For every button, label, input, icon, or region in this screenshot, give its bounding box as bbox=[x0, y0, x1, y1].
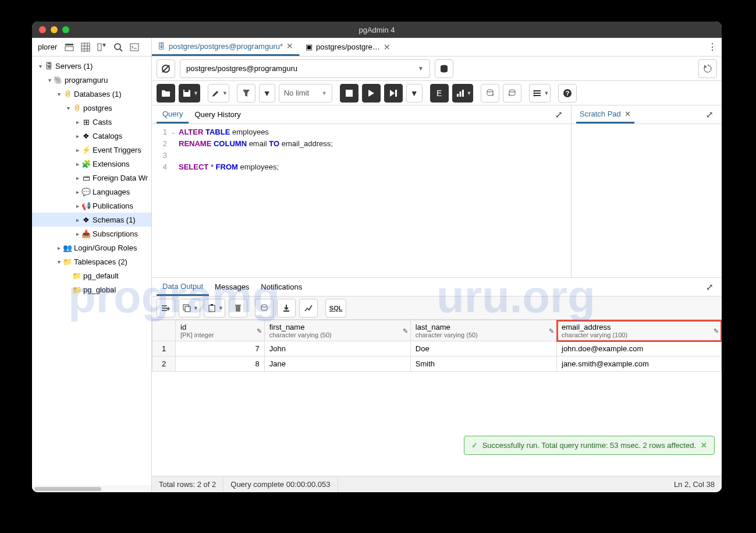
cell[interactable]: John bbox=[264, 341, 410, 356]
copy-button[interactable]: ▼ bbox=[179, 299, 200, 317]
tab-data-output[interactable]: Data Output bbox=[157, 278, 209, 296]
cell[interactable]: 8 bbox=[176, 356, 265, 372]
svg-rect-10 bbox=[130, 44, 139, 51]
cell[interactable]: Doe bbox=[410, 341, 556, 356]
reset-layout-icon[interactable] bbox=[698, 59, 717, 78]
sidebar-scrollbar[interactable] bbox=[32, 485, 151, 492]
tree-item[interactable]: ▾📁Tablespaces (2) bbox=[32, 255, 151, 269]
sql-editor[interactable]: 1234 ⌄ ALTER TABLE employeesRENAME COLUM… bbox=[152, 124, 571, 277]
filter-button[interactable] bbox=[237, 84, 255, 103]
tree-item[interactable]: ▸🗃Foreign Data Wr bbox=[32, 171, 151, 185]
commit-button[interactable] bbox=[481, 84, 499, 103]
execute-dropdown[interactable]: ▼ bbox=[406, 84, 423, 103]
cell[interactable]: john.doe@example.com bbox=[557, 341, 722, 356]
filter-dropdown[interactable]: ▼ bbox=[259, 84, 275, 103]
close-icon[interactable]: ✕ bbox=[624, 110, 631, 118]
limit-selector[interactable]: No limit▼ bbox=[279, 84, 332, 103]
tree-item[interactable]: ▸🧩Extensions bbox=[32, 157, 151, 171]
cell[interactable]: Jane bbox=[264, 356, 410, 372]
expand-output-icon[interactable]: ⤢ bbox=[702, 278, 717, 296]
tab-query-history[interactable]: Query History bbox=[189, 105, 246, 123]
explain-analyze-button[interactable]: ▼ bbox=[452, 84, 474, 103]
grid-icon[interactable] bbox=[78, 40, 93, 55]
edit-button[interactable]: ▼ bbox=[208, 84, 229, 103]
edit-column-icon[interactable]: ✎ bbox=[403, 327, 408, 334]
tree-item[interactable]: ▸❖Schemas (1) bbox=[32, 213, 151, 227]
terminal-icon[interactable] bbox=[127, 40, 142, 55]
column-header[interactable]: email_addresscharacter varying (100)✎ bbox=[557, 320, 722, 341]
tree-item[interactable]: ▸📢Publications bbox=[32, 199, 151, 213]
close-tab-icon[interactable]: ✕ bbox=[286, 41, 293, 51]
save-button[interactable]: ▼ bbox=[179, 84, 200, 103]
svg-rect-18 bbox=[462, 90, 464, 97]
toast-close-icon[interactable]: ✕ bbox=[701, 441, 707, 450]
execute-button[interactable] bbox=[362, 84, 381, 103]
tree-item[interactable]: ▸💬Languages bbox=[32, 185, 151, 199]
tree-item[interactable]: 📁pg_global bbox=[32, 283, 151, 296]
explain-button[interactable]: E bbox=[430, 84, 449, 103]
expand-editor-icon[interactable]: ⤢ bbox=[552, 105, 566, 123]
tab-messages[interactable]: Messages bbox=[209, 278, 255, 296]
paste-button[interactable]: ▼ bbox=[204, 299, 225, 317]
tree-label: Catalogs bbox=[91, 132, 122, 140]
connection-selector[interactable]: postgres/postgres@programguru ▼ bbox=[180, 59, 430, 78]
search-icon[interactable] bbox=[111, 40, 126, 55]
tree-item[interactable]: ▾🛢Databases (1) bbox=[32, 87, 151, 101]
tab-query[interactable]: Query bbox=[157, 105, 189, 123]
open-file-button[interactable] bbox=[157, 84, 175, 103]
sql-button[interactable]: SQL bbox=[325, 299, 347, 317]
edit-column-icon[interactable]: ✎ bbox=[714, 327, 719, 334]
help-button[interactable]: ? bbox=[558, 84, 577, 103]
db-icon[interactable] bbox=[435, 59, 453, 78]
cell[interactable]: jane.smith@example.com bbox=[557, 356, 722, 372]
edit-column-icon[interactable]: ✎ bbox=[549, 327, 554, 334]
explorer-label: plorer bbox=[34, 43, 61, 51]
delete-row-button[interactable] bbox=[229, 299, 247, 317]
maximize-window-button[interactable] bbox=[62, 26, 69, 33]
tree-label: Casts bbox=[91, 118, 112, 126]
data-grid[interactable]: id[PK] integer✎first_namecharacter varyi… bbox=[152, 320, 722, 372]
download-button[interactable] bbox=[277, 299, 296, 317]
tree-item[interactable]: ▾🗄Servers (1) bbox=[32, 59, 151, 73]
tree-item[interactable]: ▸⚡Event Triggers bbox=[32, 143, 151, 157]
tree-item[interactable]: ▾🛢postgres bbox=[32, 101, 151, 115]
column-header[interactable]: last_namecharacter varying (50)✎ bbox=[410, 320, 556, 341]
minimize-window-button[interactable] bbox=[51, 26, 58, 33]
tree-item[interactable]: ▾🐘programguru bbox=[32, 73, 151, 87]
column-header[interactable]: first_namecharacter varying (50)✎ bbox=[264, 320, 410, 341]
rollback-button[interactable] bbox=[503, 84, 521, 103]
close-tab-icon[interactable]: ✕ bbox=[384, 43, 391, 52]
tree-item[interactable]: ▸⊞Casts bbox=[32, 115, 151, 129]
table-row[interactable]: 17JohnDoejohn.doe@example.com bbox=[152, 341, 722, 356]
tree-label: Login/Group Roles bbox=[73, 243, 137, 252]
tree-item[interactable]: ▸📥Subscriptions bbox=[32, 227, 151, 241]
graph-button[interactable] bbox=[299, 299, 318, 317]
file-tab[interactable]: ▣postgres/postgre…✕ bbox=[300, 38, 397, 56]
expand-scratch-icon[interactable]: ⤢ bbox=[702, 110, 717, 120]
close-window-button[interactable] bbox=[39, 26, 46, 33]
column-type: [PK] integer bbox=[180, 331, 260, 338]
file-tab[interactable]: 🗄postgres/postgres@programguru*✕ bbox=[152, 38, 300, 56]
scratch-pad-panel: Scratch Pad ✕ ⤢ bbox=[572, 105, 722, 277]
connection-status-icon[interactable] bbox=[157, 59, 175, 78]
scratch-pad-tab[interactable]: Scratch Pad ✕ bbox=[576, 105, 634, 123]
properties-icon[interactable] bbox=[62, 40, 77, 55]
cell[interactable]: Smith bbox=[410, 356, 556, 372]
tablespaces-icon: 📁 bbox=[62, 257, 73, 266]
edit-column-icon[interactable]: ✎ bbox=[257, 327, 262, 334]
execute-step-button[interactable] bbox=[384, 84, 403, 103]
save-data-button[interactable] bbox=[255, 299, 274, 317]
column-header[interactable]: id[PK] integer✎ bbox=[176, 320, 265, 341]
filter-icon[interactable] bbox=[94, 40, 109, 55]
cell[interactable]: 7 bbox=[176, 341, 265, 356]
add-row-button[interactable] bbox=[157, 299, 175, 317]
tree-item[interactable]: ▸👥Login/Group Roles bbox=[32, 241, 151, 255]
macros-button[interactable]: ▼ bbox=[529, 84, 551, 103]
kebab-menu-icon[interactable]: ⋮ bbox=[703, 38, 722, 56]
stop-button[interactable] bbox=[340, 84, 359, 103]
tab-notifications[interactable]: Notifications bbox=[255, 278, 308, 296]
table-row[interactable]: 28JaneSmithjane.smith@example.com bbox=[152, 356, 722, 372]
tree-item[interactable]: 📁pg_default bbox=[32, 269, 151, 283]
tree-item[interactable]: ▸❖Catalogs bbox=[32, 129, 151, 143]
tree-view[interactable]: ▾🗄Servers (1)▾🐘programguru▾🛢Databases (1… bbox=[32, 57, 151, 485]
